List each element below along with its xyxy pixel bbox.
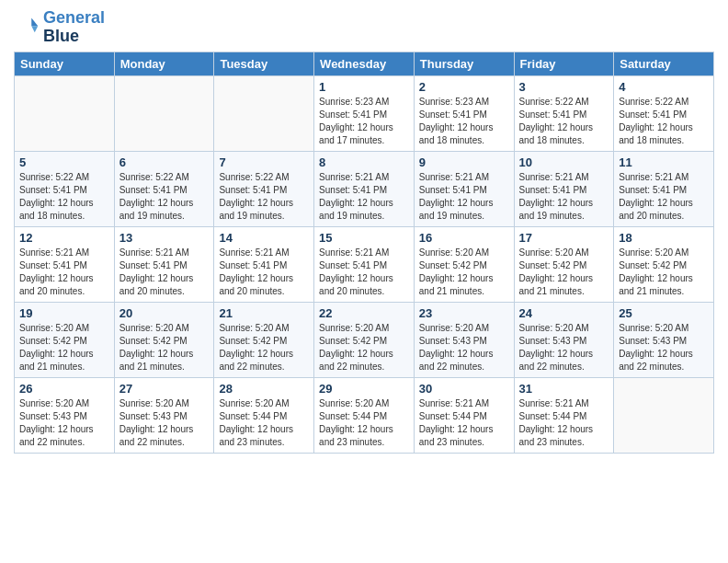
calendar-cell: 1Sunrise: 5:23 AM Sunset: 5:41 PM Daylig… [314, 75, 415, 151]
day-number: 4 [619, 80, 709, 94]
day-number: 10 [519, 155, 609, 169]
day-info: Sunrise: 5:20 AM Sunset: 5:43 PM Dayligh… [119, 397, 210, 449]
calendar-cell: 20Sunrise: 5:20 AM Sunset: 5:42 PM Dayli… [114, 302, 214, 377]
day-info: Sunrise: 5:20 AM Sunset: 5:42 PM Dayligh… [119, 322, 210, 373]
day-number: 19 [19, 306, 109, 320]
day-number: 20 [119, 306, 210, 320]
day-info: Sunrise: 5:22 AM Sunset: 5:41 PM Dayligh… [119, 171, 210, 223]
day-info: Sunrise: 5:21 AM Sunset: 5:41 PM Dayligh… [319, 247, 409, 298]
calendar-cell [214, 75, 314, 151]
day-info: Sunrise: 5:20 AM Sunset: 5:43 PM Dayligh… [19, 397, 109, 449]
calendar-cell: 13Sunrise: 5:21 AM Sunset: 5:41 PM Dayli… [114, 226, 214, 302]
day-info: Sunrise: 5:20 AM Sunset: 5:42 PM Dayligh… [619, 247, 709, 298]
day-info: Sunrise: 5:23 AM Sunset: 5:41 PM Dayligh… [419, 96, 509, 147]
day-number: 8 [319, 155, 409, 169]
calendar-cell: 23Sunrise: 5:20 AM Sunset: 5:43 PM Dayli… [414, 302, 514, 377]
calendar-cell: 17Sunrise: 5:20 AM Sunset: 5:42 PM Dayli… [514, 226, 614, 302]
day-info: Sunrise: 5:21 AM Sunset: 5:41 PM Dayligh… [19, 247, 109, 298]
day-number: 6 [119, 155, 210, 169]
day-info: Sunrise: 5:21 AM Sunset: 5:41 PM Dayligh… [619, 171, 709, 223]
calendar-cell: 16Sunrise: 5:20 AM Sunset: 5:42 PM Dayli… [414, 226, 514, 302]
day-number: 7 [219, 155, 309, 169]
calendar-cell: 24Sunrise: 5:20 AM Sunset: 5:43 PM Dayli… [514, 302, 614, 377]
calendar-cell: 4Sunrise: 5:22 AM Sunset: 5:41 PM Daylig… [614, 75, 714, 151]
calendar-body: 1Sunrise: 5:23 AM Sunset: 5:41 PM Daylig… [15, 75, 714, 453]
svg-marker-1 [31, 26, 38, 32]
day-header-tuesday: Tuesday [214, 52, 314, 75]
calendar-cell: 26Sunrise: 5:20 AM Sunset: 5:43 PM Dayli… [15, 377, 115, 453]
day-number: 30 [419, 382, 509, 396]
day-info: Sunrise: 5:21 AM Sunset: 5:44 PM Dayligh… [519, 397, 609, 449]
day-info: Sunrise: 5:20 AM Sunset: 5:42 PM Dayligh… [19, 322, 109, 373]
day-info: Sunrise: 5:20 AM Sunset: 5:42 PM Dayligh… [319, 322, 409, 373]
day-number: 27 [119, 382, 210, 396]
day-number: 1 [319, 80, 409, 94]
day-number: 9 [419, 155, 509, 169]
calendar-cell: 11Sunrise: 5:21 AM Sunset: 5:41 PM Dayli… [614, 151, 714, 226]
calendar-cell: 31Sunrise: 5:21 AM Sunset: 5:44 PM Dayli… [514, 377, 614, 453]
day-number: 23 [419, 306, 509, 320]
day-info: Sunrise: 5:21 AM Sunset: 5:44 PM Dayligh… [419, 397, 509, 449]
day-header-sunday: Sunday [15, 52, 115, 75]
day-info: Sunrise: 5:20 AM Sunset: 5:43 PM Dayligh… [619, 322, 709, 373]
day-info: Sunrise: 5:20 AM Sunset: 5:42 PM Dayligh… [219, 322, 309, 373]
day-info: Sunrise: 5:20 AM Sunset: 5:43 PM Dayligh… [519, 322, 609, 373]
day-header-wednesday: Wednesday [314, 52, 415, 75]
day-info: Sunrise: 5:22 AM Sunset: 5:41 PM Dayligh… [219, 171, 309, 223]
calendar-cell: 12Sunrise: 5:21 AM Sunset: 5:41 PM Dayli… [15, 226, 115, 302]
day-header-saturday: Saturday [614, 52, 714, 75]
calendar-week-3: 12Sunrise: 5:21 AM Sunset: 5:41 PM Dayli… [15, 226, 714, 302]
day-info: Sunrise: 5:20 AM Sunset: 5:42 PM Dayligh… [519, 247, 609, 298]
calendar-cell: 5Sunrise: 5:22 AM Sunset: 5:41 PM Daylig… [15, 151, 115, 226]
calendar-week-4: 19Sunrise: 5:20 AM Sunset: 5:42 PM Dayli… [15, 302, 714, 377]
day-number: 26 [19, 382, 109, 396]
calendar-cell: 30Sunrise: 5:21 AM Sunset: 5:44 PM Dayli… [414, 377, 514, 453]
calendar-cell: 21Sunrise: 5:20 AM Sunset: 5:42 PM Dayli… [214, 302, 314, 377]
day-number: 12 [19, 231, 109, 245]
day-number: 13 [119, 231, 210, 245]
day-info: Sunrise: 5:21 AM Sunset: 5:41 PM Dayligh… [119, 247, 210, 298]
day-info: Sunrise: 5:22 AM Sunset: 5:41 PM Dayligh… [519, 96, 609, 147]
calendar-cell [614, 377, 714, 453]
day-number: 24 [519, 306, 609, 320]
calendar-cell: 2Sunrise: 5:23 AM Sunset: 5:41 PM Daylig… [414, 75, 514, 151]
calendar-cell: 25Sunrise: 5:20 AM Sunset: 5:43 PM Dayli… [614, 302, 714, 377]
day-number: 2 [419, 80, 509, 94]
day-info: Sunrise: 5:22 AM Sunset: 5:41 PM Dayligh… [19, 171, 109, 223]
calendar-cell: 28Sunrise: 5:20 AM Sunset: 5:44 PM Dayli… [214, 377, 314, 453]
calendar-table: SundayMondayTuesdayWednesdayThursdayFrid… [14, 52, 714, 454]
day-info: Sunrise: 5:20 AM Sunset: 5:44 PM Dayligh… [219, 397, 309, 449]
day-number: 25 [619, 306, 709, 320]
day-number: 11 [619, 155, 709, 169]
calendar-cell: 18Sunrise: 5:20 AM Sunset: 5:42 PM Dayli… [614, 226, 714, 302]
day-info: Sunrise: 5:20 AM Sunset: 5:43 PM Dayligh… [419, 322, 509, 373]
page-header: General Blue [14, 9, 714, 46]
calendar-cell [114, 75, 214, 151]
calendar-cell: 15Sunrise: 5:21 AM Sunset: 5:41 PM Dayli… [314, 226, 415, 302]
day-number: 28 [219, 382, 309, 396]
calendar-cell: 27Sunrise: 5:20 AM Sunset: 5:43 PM Dayli… [114, 377, 214, 453]
day-info: Sunrise: 5:23 AM Sunset: 5:41 PM Dayligh… [319, 96, 409, 147]
day-number: 18 [619, 231, 709, 245]
calendar-cell: 10Sunrise: 5:21 AM Sunset: 5:41 PM Dayli… [514, 151, 614, 226]
calendar-week-5: 26Sunrise: 5:20 AM Sunset: 5:43 PM Dayli… [15, 377, 714, 453]
calendar-cell [15, 75, 115, 151]
day-info: Sunrise: 5:20 AM Sunset: 5:42 PM Dayligh… [419, 247, 509, 298]
calendar-cell: 7Sunrise: 5:22 AM Sunset: 5:41 PM Daylig… [214, 151, 314, 226]
day-info: Sunrise: 5:21 AM Sunset: 5:41 PM Dayligh… [519, 171, 609, 223]
day-info: Sunrise: 5:21 AM Sunset: 5:41 PM Dayligh… [419, 171, 509, 223]
day-number: 3 [519, 80, 609, 94]
day-header-friday: Friday [514, 52, 614, 75]
day-number: 29 [319, 382, 409, 396]
calendar-cell: 6Sunrise: 5:22 AM Sunset: 5:41 PM Daylig… [114, 151, 214, 226]
calendar-cell: 19Sunrise: 5:20 AM Sunset: 5:42 PM Dayli… [15, 302, 115, 377]
day-number: 17 [519, 231, 609, 245]
svg-marker-0 [31, 17, 38, 26]
logo-icon [14, 15, 40, 40]
day-header-thursday: Thursday [414, 52, 514, 75]
day-info: Sunrise: 5:21 AM Sunset: 5:41 PM Dayligh… [319, 171, 409, 223]
day-info: Sunrise: 5:22 AM Sunset: 5:41 PM Dayligh… [619, 96, 709, 147]
calendar-cell: 29Sunrise: 5:20 AM Sunset: 5:44 PM Dayli… [314, 377, 415, 453]
day-info: Sunrise: 5:20 AM Sunset: 5:44 PM Dayligh… [319, 397, 409, 449]
calendar-cell: 14Sunrise: 5:21 AM Sunset: 5:41 PM Dayli… [214, 226, 314, 302]
